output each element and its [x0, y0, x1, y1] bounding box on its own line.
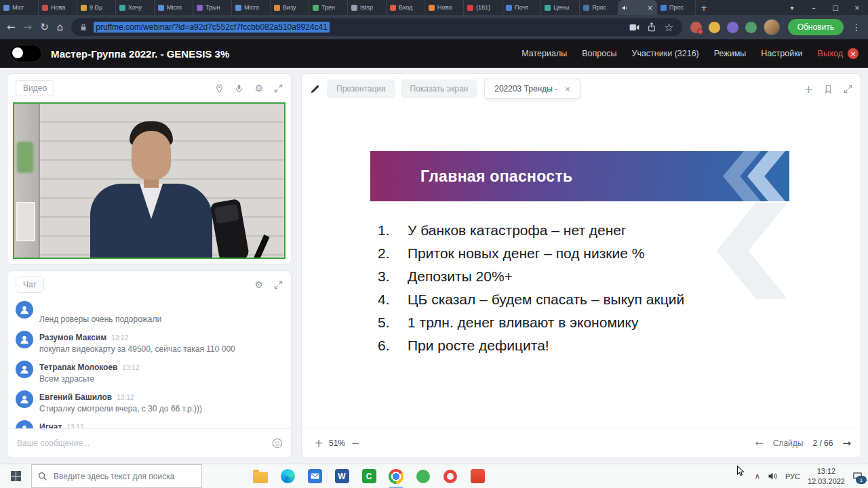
- browser-tab[interactable]: Визу ×: [271, 0, 309, 15]
- mouse-cursor: [736, 465, 745, 481]
- browser-tab[interactable]: ×: [618, 0, 657, 15]
- taskbar-search-input[interactable]: [52, 471, 195, 482]
- new-tab-button[interactable]: +: [696, 0, 712, 15]
- presentation-active-tab[interactable]: 202203 Тренды - ×: [484, 79, 580, 99]
- exit-button[interactable]: Выход ×: [818, 48, 859, 59]
- microphone-icon[interactable]: [235, 84, 243, 93]
- browser-tab[interactable]: Цены ×: [541, 0, 580, 15]
- browser-tab[interactable]: (181) ×: [464, 0, 502, 15]
- browser-tab-strip: Micr × Нова × 9 Ðµ ×: [0, 0, 868, 15]
- pin-icon[interactable]: [215, 84, 224, 93]
- file-explorer-icon[interactable]: [247, 464, 274, 488]
- green-circle-app-icon[interactable]: [410, 464, 437, 488]
- extension-icon[interactable]: [690, 22, 702, 33]
- minimize-button[interactable]: –: [803, 0, 825, 15]
- window-controls: ▾ – □ ×: [781, 0, 868, 15]
- header-nav-item[interactable]: Материалы: [521, 49, 567, 58]
- browser-menu-icon[interactable]: ⋮: [852, 22, 861, 33]
- back-button[interactable]: ←: [7, 22, 16, 33]
- bookmark-icon[interactable]: [824, 85, 833, 94]
- extension-icon[interactable]: [709, 22, 720, 33]
- camera-in-use-icon[interactable]: [629, 24, 639, 31]
- url-text[interactable]: pruffme.com/webinar/?id=a92d7c552cf7fccb…: [94, 22, 330, 33]
- browser-tab[interactable]: Трен ×: [309, 0, 348, 15]
- maximize-button[interactable]: □: [825, 0, 846, 15]
- reload-button[interactable]: ↻: [40, 22, 49, 33]
- taskbar-search[interactable]: [31, 464, 202, 488]
- slide-canvas[interactable]: Главная опасность 1 У банков катастрофа …: [302, 104, 861, 428]
- browser-tab[interactable]: Istsp ×: [348, 0, 387, 15]
- edge-icon[interactable]: [274, 464, 301, 488]
- chat-messages[interactable]: Ленд роверы очень подорожали Разумов Мак…: [7, 298, 291, 429]
- hidden-icons-chevron[interactable]: ∧: [755, 472, 760, 481]
- red-app-icon[interactable]: [464, 464, 491, 488]
- start-button[interactable]: [0, 464, 31, 488]
- presentation-tab[interactable]: Показать экран: [401, 79, 478, 98]
- slide-title-banner: Главная опасность: [370, 151, 789, 201]
- header-nav-item[interactable]: Участники (3216): [631, 49, 698, 58]
- previous-slide-button[interactable]: ←: [755, 437, 764, 449]
- presentation-header-icons: +: [804, 83, 852, 96]
- word-icon[interactable]: W: [328, 464, 355, 488]
- expand-icon[interactable]: [844, 85, 852, 94]
- expand-icon[interactable]: [274, 281, 283, 289]
- exit-close-icon: ×: [848, 48, 859, 59]
- bookmark-star-icon[interactable]: ☆: [664, 21, 673, 34]
- action-center-icon[interactable]: 1: [852, 471, 863, 481]
- browser-tab[interactable]: Хочу ×: [116, 0, 155, 15]
- chat-input[interactable]: [16, 438, 267, 449]
- share-icon[interactable]: [648, 22, 656, 32]
- header-nav-item[interactable]: Режимы: [714, 49, 747, 58]
- close-button[interactable]: ×: [846, 0, 868, 15]
- profile-avatar[interactable]: [764, 19, 780, 35]
- language-indicator[interactable]: РУС: [785, 472, 800, 481]
- opera-icon[interactable]: [437, 464, 464, 488]
- volume-icon[interactable]: [768, 472, 778, 481]
- update-button[interactable]: Обновить: [788, 19, 844, 35]
- chat-input-row: [7, 428, 291, 458]
- tab-search-icon[interactable]: ▾: [781, 0, 803, 15]
- mail-app-icon[interactable]: [301, 464, 328, 488]
- tab-favicon-icon: [545, 5, 551, 11]
- emoji-icon[interactable]: [272, 438, 283, 449]
- slides-label[interactable]: Слайды: [773, 439, 804, 448]
- browser-tab[interactable]: Прос ×: [657, 0, 696, 15]
- home-button[interactable]: ⌂: [57, 22, 64, 33]
- gear-icon[interactable]: ⚙: [254, 279, 263, 290]
- address-bar[interactable]: pruffme.com/webinar/?id=a92d7c552cf7fccb…: [71, 18, 682, 36]
- expand-icon[interactable]: [274, 84, 283, 93]
- browser-tab[interactable]: Micro ×: [155, 0, 193, 15]
- tab-close-icon[interactable]: ×: [648, 4, 653, 12]
- browser-tab[interactable]: Почт ×: [502, 0, 541, 15]
- browser-tab[interactable]: Трын ×: [193, 0, 232, 15]
- presentation-tab[interactable]: Презентация: [327, 79, 395, 98]
- zoom-out-button[interactable]: −: [348, 437, 363, 449]
- browser-tab[interactable]: Нова ×: [39, 0, 77, 15]
- clock[interactable]: 13:12 12.03.2022: [808, 466, 845, 486]
- gear-icon[interactable]: ⚙: [254, 83, 263, 94]
- chat-message: Ленд роверы очень подорожали: [16, 301, 283, 325]
- browser-tab[interactable]: Ярос ×: [580, 0, 618, 15]
- header-nav-items: МатериалыВопросыУчастники (3216)РежимыНа…: [521, 49, 802, 58]
- webcam-video[interactable]: [13, 102, 285, 259]
- green-c-app-icon[interactable]: С: [355, 464, 382, 488]
- forward-button[interactable]: →: [24, 22, 33, 33]
- browser-tab[interactable]: 9 Ðµ ×: [77, 0, 116, 15]
- browser-tab[interactable]: Micr ×: [0, 0, 39, 15]
- browser-tab[interactable]: Вход ×: [387, 0, 425, 15]
- browser-tab[interactable]: Ново ×: [425, 0, 464, 15]
- video-panel-title: Видео: [16, 80, 54, 96]
- extension-icon[interactable]: [745, 22, 757, 33]
- add-icon[interactable]: +: [804, 83, 813, 96]
- chrome-icon[interactable]: [382, 464, 410, 488]
- extension-icon[interactable]: [727, 22, 738, 33]
- tab-close-icon[interactable]: ×: [564, 85, 570, 94]
- browser-tab[interactable]: Micro ×: [232, 0, 271, 15]
- pencil-icon[interactable]: [310, 84, 320, 94]
- header-nav-item[interactable]: Настройки: [761, 49, 802, 58]
- slide-list-item: 3 Депозиты 20%+: [378, 269, 684, 284]
- chat-text: Ленд роверы очень подорожали: [39, 314, 161, 325]
- zoom-in-button[interactable]: +: [311, 437, 326, 449]
- next-slide-button[interactable]: →: [842, 437, 851, 449]
- header-nav-item[interactable]: Вопросы: [582, 49, 616, 58]
